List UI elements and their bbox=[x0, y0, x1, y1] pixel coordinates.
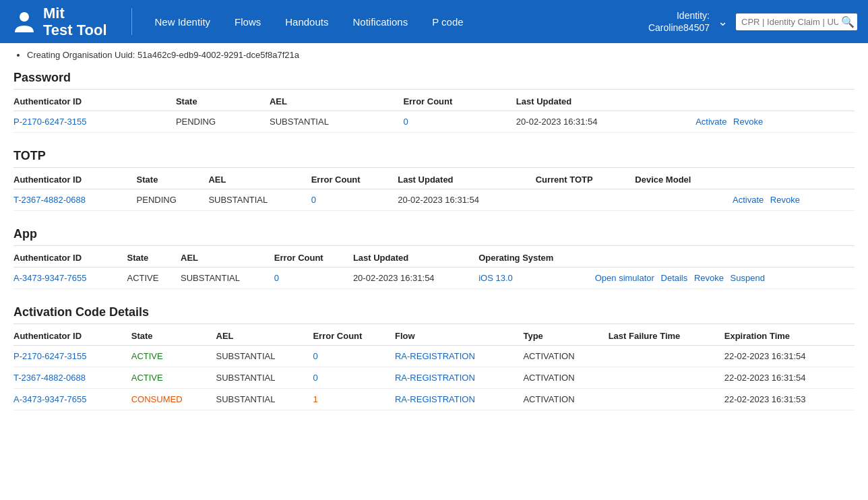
act-error-count-2: 1 bbox=[313, 389, 394, 410]
act-last-failure-2 bbox=[609, 389, 724, 410]
act-ael-1: SUBSTANTIAL bbox=[216, 367, 313, 389]
mit-logo-icon bbox=[11, 8, 38, 35]
act-ael-2: SUBSTANTIAL bbox=[216, 389, 313, 410]
password-col-actions bbox=[695, 90, 855, 111]
table-row: A-3473-9347-7655 CONSUMED SUBSTANTIAL 1 … bbox=[13, 389, 855, 410]
password-col-last-updated: Last Updated bbox=[516, 90, 695, 111]
totp-section-title: TOTP bbox=[13, 149, 855, 168]
app-revoke-link[interactable]: Revoke bbox=[694, 273, 724, 283]
activation-table: Authenticator ID State AEL Error Count F… bbox=[13, 324, 855, 410]
app-col-os: Operating System bbox=[478, 246, 595, 268]
nav-handouts[interactable]: Handouts bbox=[273, 0, 340, 43]
logo-area: Mit Test Tool bbox=[11, 5, 107, 39]
app-suspend-link[interactable]: Suspend bbox=[731, 273, 765, 283]
password-col-state: State bbox=[176, 90, 270, 111]
act-error-count-1: 0 bbox=[313, 367, 394, 389]
search-wrapper: 🔍 bbox=[736, 13, 857, 30]
nav-p-code[interactable]: P code bbox=[420, 0, 475, 43]
app-ael: SUBSTANTIAL bbox=[181, 268, 274, 289]
act-auth-id-1: T-2367-4882-0688 bbox=[13, 367, 131, 389]
act-state-2: CONSUMED bbox=[131, 389, 216, 410]
password-activate-link[interactable]: Activate bbox=[695, 117, 726, 127]
nav-flows[interactable]: Flows bbox=[222, 0, 273, 43]
svg-point-0 bbox=[20, 12, 29, 22]
org-uuid-line: Creating Organisation Uuid: 51a462c9-edb… bbox=[13, 50, 855, 60]
app-col-auth-id: Authenticator ID bbox=[13, 246, 127, 268]
activation-section-title: Activation Code Details bbox=[13, 305, 855, 324]
totp-col-last-updated: Last Updated bbox=[398, 168, 535, 189]
password-col-error-count: Error Count bbox=[403, 90, 516, 111]
app-section: App Authenticator ID State AEL Error Cou… bbox=[13, 227, 855, 289]
nav-notifications[interactable]: Notifications bbox=[340, 0, 420, 43]
totp-col-state: State bbox=[137, 168, 209, 189]
act-col-state: State bbox=[131, 324, 216, 346]
activation-section: Activation Code Details Authenticator ID… bbox=[13, 305, 855, 410]
totp-current-totp bbox=[536, 189, 636, 211]
totp-device-model bbox=[635, 189, 733, 211]
app-state: ACTIVE bbox=[127, 268, 181, 289]
password-auth-id: P-2170-6247-3155 bbox=[13, 111, 176, 133]
act-type-1: ACTIVATION bbox=[523, 367, 608, 389]
password-ael: SUBSTANTIAL bbox=[270, 111, 403, 133]
app-os: iOS 13.0 bbox=[478, 268, 595, 289]
app-open-simulator-link[interactable]: Open simulator bbox=[595, 273, 654, 283]
act-flow-0: RA-REGISTRATION bbox=[395, 346, 524, 367]
act-expiration-2: 22-02-2023 16:31:53 bbox=[724, 389, 855, 410]
header-divider bbox=[131, 8, 132, 35]
totp-actions: Activate Revoke bbox=[733, 189, 855, 211]
act-flow-1: RA-REGISTRATION bbox=[395, 367, 524, 389]
table-row: T-2367-4882-0688 PENDING SUBSTANTIAL 0 2… bbox=[13, 189, 855, 211]
totp-table: Authenticator ID State AEL Error Count L… bbox=[13, 168, 855, 211]
act-last-failure-1 bbox=[609, 367, 724, 389]
act-col-auth-id: Authenticator ID bbox=[13, 324, 131, 346]
totp-revoke-link[interactable]: Revoke bbox=[770, 195, 800, 205]
org-uuid-value: 51a462c9-edb9-4002-9291-dce5f8a7f21a bbox=[137, 50, 299, 60]
identity-dropdown-button[interactable]: ⌄ bbox=[715, 11, 731, 32]
app-last-updated: 20-02-2023 16:31:54 bbox=[353, 268, 478, 289]
password-col-ael: AEL bbox=[270, 90, 403, 111]
app-col-state: State bbox=[127, 246, 181, 268]
logo-text: Mit Test Tool bbox=[43, 5, 107, 39]
act-col-last-failure: Last Failure Time bbox=[609, 324, 724, 346]
org-uuid-label: Creating Organisation Uuid: bbox=[27, 50, 135, 60]
search-input[interactable] bbox=[736, 13, 857, 30]
app-details-link[interactable]: Details bbox=[661, 273, 688, 283]
password-last-updated: 20-02-2023 16:31:54 bbox=[516, 111, 695, 133]
app-col-error-count: Error Count bbox=[274, 246, 353, 268]
table-row: P-2170-6247-3155 PENDING SUBSTANTIAL 0 2… bbox=[13, 111, 855, 133]
act-col-error-count: Error Count bbox=[313, 324, 394, 346]
totp-col-device-model: Device Model bbox=[635, 168, 733, 189]
identity-text: Identity: Caroline84507 bbox=[648, 9, 710, 34]
totp-auth-id: T-2367-4882-0688 bbox=[13, 189, 137, 211]
act-flow-2: RA-REGISTRATION bbox=[395, 389, 524, 410]
password-revoke-link[interactable]: Revoke bbox=[733, 117, 763, 127]
act-expiration-0: 22-02-2023 16:31:54 bbox=[724, 346, 855, 367]
totp-col-auth-id: Authenticator ID bbox=[13, 168, 137, 189]
app-auth-id: A-3473-9347-7655 bbox=[13, 268, 127, 289]
act-ael-0: SUBSTANTIAL bbox=[216, 346, 313, 367]
act-type-2: ACTIVATION bbox=[523, 389, 608, 410]
act-last-failure-0 bbox=[609, 346, 724, 367]
table-row: T-2367-4882-0688 ACTIVE SUBSTANTIAL 0 RA… bbox=[13, 367, 855, 389]
main-content: Creating Organisation Uuid: 51a462c9-edb… bbox=[0, 43, 868, 440]
totp-activate-link[interactable]: Activate bbox=[733, 195, 764, 205]
totp-error-count: 0 bbox=[311, 189, 398, 211]
app-actions: Open simulator Details Revoke Suspend bbox=[595, 268, 855, 289]
nav-new-identity[interactable]: New Identity bbox=[143, 0, 223, 43]
totp-col-ael: AEL bbox=[208, 168, 311, 189]
act-col-ael: AEL bbox=[216, 324, 313, 346]
password-section-title: Password bbox=[13, 71, 855, 90]
app-table: Authenticator ID State AEL Error Count L… bbox=[13, 246, 855, 289]
app-col-ael: AEL bbox=[181, 246, 274, 268]
password-state: PENDING bbox=[176, 111, 270, 133]
app-col-actions bbox=[595, 246, 855, 268]
search-icon-button[interactable]: 🔍 bbox=[841, 15, 855, 28]
app-error-count: 0 bbox=[274, 268, 353, 289]
act-type-0: ACTIVATION bbox=[523, 346, 608, 367]
act-error-count-0: 0 bbox=[313, 346, 394, 367]
password-actions: Activate Revoke bbox=[695, 111, 855, 133]
password-error-count: 0 bbox=[403, 111, 516, 133]
act-auth-id-2: A-3473-9347-7655 bbox=[13, 389, 131, 410]
app-section-title: App bbox=[13, 227, 855, 246]
header: Mit Test Tool New Identity Flows Handout… bbox=[0, 0, 868, 43]
